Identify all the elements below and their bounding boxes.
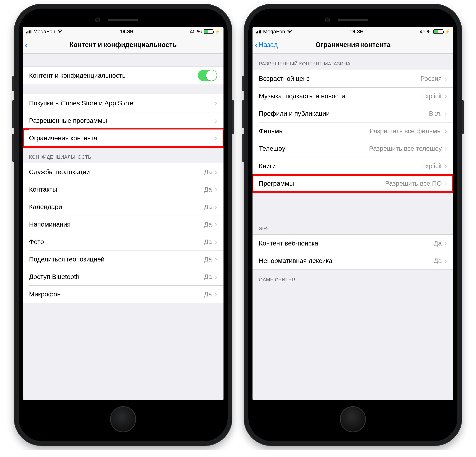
row-reminders[interactable]: Напоминания Да › bbox=[23, 216, 223, 233]
battery-percent: 45 % bbox=[420, 29, 432, 34]
section-store: РАЗРЕШЕННЫЙ КОНТЕНТ МАГАЗИНА bbox=[253, 54, 453, 70]
row-share-location[interactable]: Поделиться геопозицией Да › bbox=[23, 250, 223, 268]
row-allowed-apps[interactable]: Разрешенные программы › bbox=[23, 112, 223, 129]
battery-icon bbox=[434, 29, 443, 34]
screen-right: MegaFon 19:39 45 % ⚡ ‹ Назад bbox=[253, 27, 453, 400]
row-explicit-language[interactable]: Ненормативная лексика Да › bbox=[253, 252, 453, 269]
chevron-right-icon: › bbox=[215, 99, 217, 107]
row-music-podcasts[interactable]: Музыка, подкасты и новости Explicit › bbox=[253, 87, 453, 105]
row-bluetooth[interactable]: Доступ Bluetooth Да › bbox=[23, 268, 223, 285]
back-button[interactable]: ‹ Назад bbox=[255, 40, 278, 50]
wifi-icon bbox=[57, 29, 63, 34]
chevron-right-icon: › bbox=[444, 257, 447, 265]
row-books[interactable]: Книги Explicit › bbox=[253, 157, 453, 175]
nav-bar: ‹ Контент и конфиденциальность bbox=[23, 36, 223, 54]
chevron-right-icon: › bbox=[215, 290, 217, 298]
chevron-right-icon: › bbox=[444, 180, 447, 187]
row-microphone[interactable]: Микрофон Да › bbox=[23, 285, 223, 303]
row-content-restrictions[interactable]: Ограничения контента › bbox=[23, 129, 223, 147]
switch-on[interactable] bbox=[198, 70, 217, 81]
row-location-services[interactable]: Службы геолокации Да › bbox=[23, 163, 223, 181]
row-contacts[interactable]: Контакты Да › bbox=[23, 181, 223, 198]
row-photos[interactable]: Фото Да › bbox=[23, 233, 223, 250]
chevron-left-icon: ‹ bbox=[255, 40, 258, 50]
scroll-content[interactable]: РАЗРЕШЕННЫЙ КОНТЕНТ МАГАЗИНА Возрастной … bbox=[253, 54, 453, 400]
scroll-content[interactable]: Контент и конфиденциальность Покупки в i… bbox=[23, 54, 223, 400]
phone-left: MegaFon 19:39 45 % ⚡ ‹ К bbox=[14, 4, 232, 446]
toggle-label: Контент и конфиденциальность bbox=[29, 72, 198, 79]
chevron-right-icon: › bbox=[444, 75, 447, 83]
chevron-right-icon: › bbox=[444, 145, 447, 152]
section-siri: SIRI bbox=[253, 222, 453, 234]
clock: 19:39 bbox=[119, 29, 133, 34]
chevron-right-icon: › bbox=[215, 203, 217, 211]
battery-icon bbox=[204, 29, 213, 34]
row-tvshows[interactable]: Телешоу Разрешить все телешоу › bbox=[253, 140, 453, 157]
signal-icon bbox=[26, 30, 31, 33]
page-title: Ограничения контента bbox=[315, 41, 390, 49]
clock: 19:39 bbox=[349, 29, 363, 34]
row-itunes-purchases[interactable]: Покупки в iTunes Store и App Store › bbox=[23, 94, 223, 112]
chevron-right-icon: › bbox=[215, 134, 217, 142]
chevron-right-icon: › bbox=[215, 185, 217, 193]
row-calendars[interactable]: Календари Да › bbox=[23, 198, 223, 216]
back-label: Назад bbox=[259, 41, 278, 49]
battery-percent: 45 % bbox=[190, 29, 202, 34]
chevron-right-icon: › bbox=[444, 239, 447, 247]
wifi-icon bbox=[287, 29, 292, 34]
chevron-right-icon: › bbox=[215, 117, 217, 125]
toggle-content-privacy[interactable]: Контент и конфиденциальность bbox=[23, 67, 223, 84]
status-bar: MegaFon 19:39 45 % ⚡ bbox=[253, 27, 453, 36]
screen-left: MegaFon 19:39 45 % ⚡ ‹ К bbox=[23, 27, 223, 400]
nav-bar: ‹ Назад Ограничения контента bbox=[253, 36, 453, 54]
section-game-center: GAME CENTER bbox=[253, 269, 453, 286]
signal-icon bbox=[256, 30, 261, 33]
back-button[interactable]: ‹ bbox=[25, 40, 28, 50]
row-age-rating[interactable]: Возрастной ценз Россия › bbox=[253, 70, 453, 87]
home-button[interactable] bbox=[110, 406, 136, 432]
row-apps[interactable]: Программы Разрешить все ПО › bbox=[253, 175, 453, 192]
row-profiles[interactable]: Профили и публикации Вкл. › bbox=[253, 105, 453, 122]
chevron-left-icon: ‹ bbox=[25, 40, 28, 50]
charging-icon: ⚡ bbox=[215, 29, 220, 34]
chevron-right-icon: › bbox=[444, 92, 447, 100]
carrier-label: MegaFon bbox=[263, 29, 285, 34]
section-privacy: КОНФИДЕНЦИАЛЬНОСТЬ bbox=[23, 147, 223, 163]
chevron-right-icon: › bbox=[444, 127, 447, 135]
chevron-right-icon: › bbox=[444, 162, 447, 170]
chevron-right-icon: › bbox=[215, 168, 217, 176]
row-web-content[interactable]: Контент веб-поиска Да › bbox=[253, 234, 453, 252]
chevron-right-icon: › bbox=[215, 238, 217, 246]
chevron-right-icon: › bbox=[444, 110, 447, 117]
chevron-right-icon: › bbox=[215, 255, 217, 263]
carrier-label: MegaFon bbox=[33, 29, 55, 34]
page-title: Контент и конфиденциальность bbox=[69, 41, 177, 49]
chevron-right-icon: › bbox=[215, 220, 217, 228]
home-button[interactable] bbox=[340, 406, 366, 432]
chevron-right-icon: › bbox=[215, 273, 217, 281]
status-bar: MegaFon 19:39 45 % ⚡ bbox=[23, 27, 223, 36]
phone-right: MegaFon 19:39 45 % ⚡ ‹ Назад bbox=[244, 4, 462, 446]
row-movies[interactable]: Фильмы Разрешить все фильмы › bbox=[253, 122, 453, 140]
charging-icon: ⚡ bbox=[445, 29, 450, 34]
